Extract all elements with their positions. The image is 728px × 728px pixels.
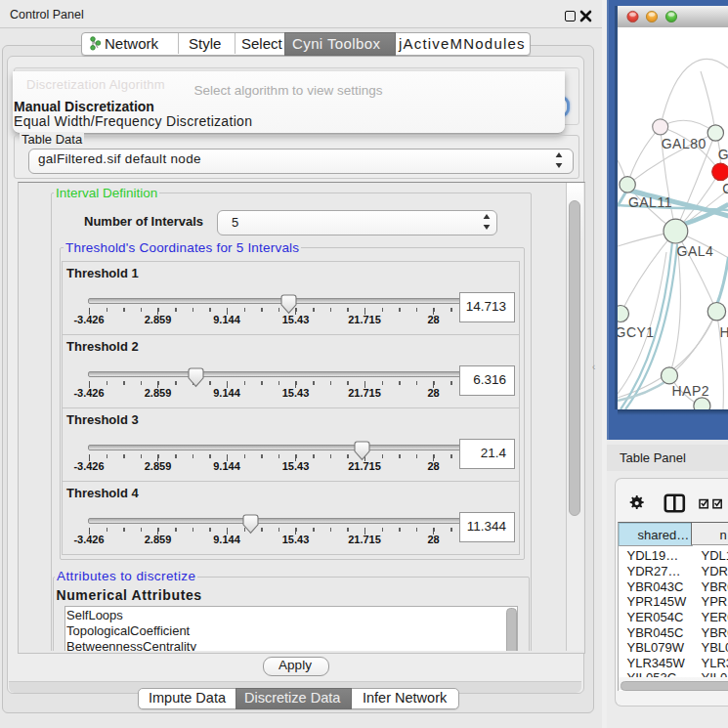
svg-text:H: H <box>719 324 728 340</box>
svg-text:GCY1: GCY1 <box>618 324 655 340</box>
svg-text:GAL80: GAL80 <box>661 136 706 151</box>
svg-text:GA: GA <box>717 147 728 162</box>
svg-text:GAL4: GAL4 <box>676 243 713 259</box>
svg-text:HAP2: HAP2 <box>671 383 709 399</box>
svg-text:GAL11: GAL11 <box>627 194 671 210</box>
svg-text:C: C <box>722 181 728 196</box>
